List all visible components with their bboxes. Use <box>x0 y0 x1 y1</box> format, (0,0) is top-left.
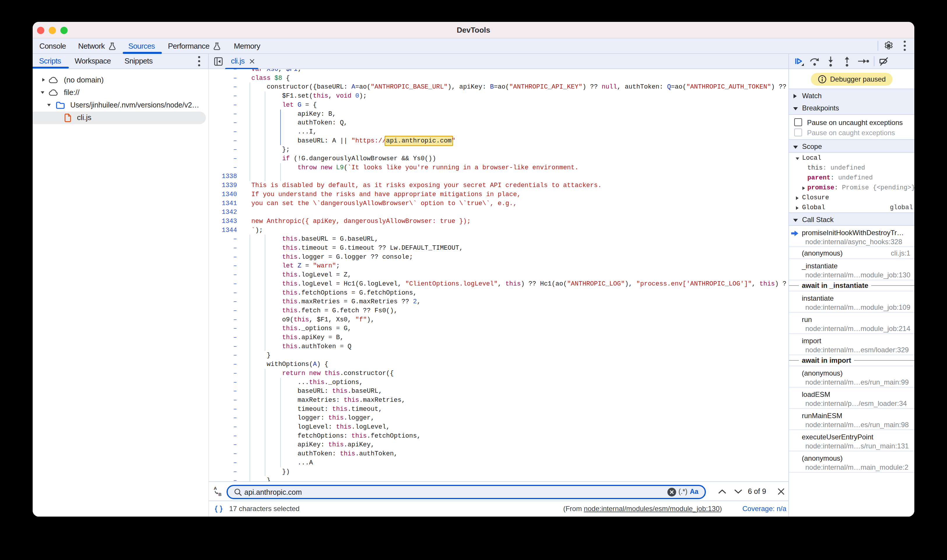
svg-text:A: A <box>214 486 217 491</box>
svg-text:B: B <box>218 492 222 497</box>
